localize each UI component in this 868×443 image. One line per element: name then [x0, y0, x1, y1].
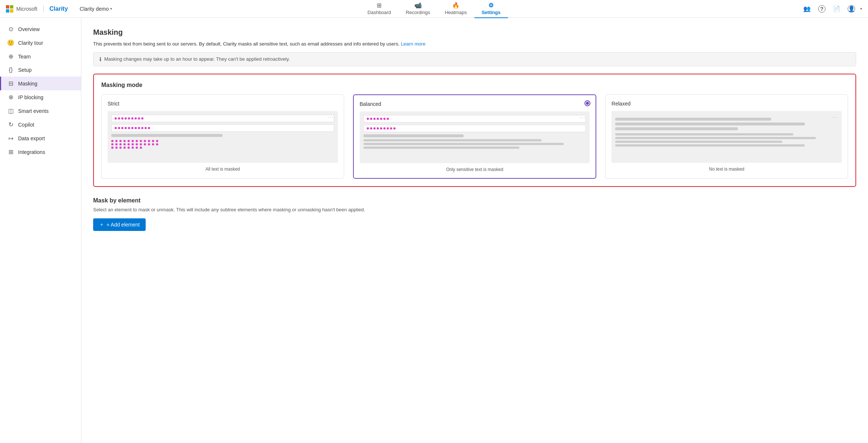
- strict-preview-dots: ···: [328, 114, 334, 120]
- data-export-icon: ↦: [7, 135, 14, 142]
- sidebar-label-masking: Masking: [18, 81, 37, 87]
- balanced-preview: ···: [360, 111, 590, 163]
- nav-item-dashboard[interactable]: ⊞ Dashboard: [360, 0, 399, 18]
- relaxed-line3: [615, 141, 782, 143]
- d: [131, 117, 133, 120]
- d: [380, 118, 382, 120]
- nav-item-settings[interactable]: ⚙ Settings: [474, 0, 508, 18]
- user-chevron-icon: ▾: [860, 7, 862, 11]
- balanced-line3: [363, 147, 519, 149]
- recordings-label: Recordings: [406, 10, 430, 15]
- d: [115, 117, 117, 120]
- product-name: Clarity: [50, 6, 68, 12]
- sidebar-item-overview[interactable]: ⊙ Overview: [0, 22, 81, 36]
- strict-preview: ···: [108, 111, 338, 163]
- heatmaps-label: Heatmaps: [445, 10, 467, 15]
- info-icon: ℹ: [99, 56, 101, 62]
- balanced-card-desc: Only sensitive text is masked: [360, 167, 590, 172]
- relaxed-label: Relaxed: [611, 101, 842, 107]
- strict-bar: [111, 134, 223, 137]
- d: [128, 127, 130, 129]
- masking-card-balanced[interactable]: Balanced ···: [353, 94, 597, 179]
- relaxed-line1: [615, 133, 793, 135]
- relaxed-bar1: [615, 118, 771, 121]
- sidebar-item-team[interactable]: ⊕ Team: [0, 50, 81, 63]
- sidebar-item-setup[interactable]: {} Setup: [0, 63, 81, 77]
- sidebar-item-clarity-tour[interactable]: 🙂 Clarity tour: [0, 36, 81, 50]
- sidebar-item-masking[interactable]: ⊟ Masking: [0, 77, 81, 90]
- project-selector[interactable]: Clarity demo ▾: [77, 4, 115, 13]
- main-content: Masking This prevents text from being se…: [81, 18, 868, 443]
- project-chevron-icon: ▾: [110, 7, 112, 11]
- nav-item-heatmaps[interactable]: 🔥 Heatmaps: [437, 0, 474, 18]
- add-element-label: + Add element: [106, 222, 140, 228]
- d: [377, 127, 379, 130]
- page-desc: This prevents text from being sent to ou…: [93, 40, 856, 48]
- integrations-icon: ⊞: [7, 148, 14, 155]
- brand-divider: [43, 5, 44, 13]
- masking-mode-title: Masking mode: [101, 82, 848, 88]
- page-title: Masking: [93, 28, 856, 37]
- d: [135, 127, 137, 129]
- sidebar-item-ip-blocking[interactable]: ⊗ IP blocking: [0, 90, 81, 104]
- relaxed-line4: [615, 144, 804, 147]
- sidebar-label-integrations: Integrations: [18, 149, 45, 155]
- project-name: Clarity demo: [80, 6, 109, 12]
- add-element-button[interactable]: ＋ + Add element: [93, 218, 146, 231]
- microsoft-logo: [6, 5, 13, 13]
- user-icon: 👤: [848, 5, 855, 13]
- invite-icon: 👥: [803, 5, 811, 12]
- d: [115, 127, 117, 129]
- sidebar-item-smart-events[interactable]: ◫ Smart events: [0, 104, 81, 118]
- d: [377, 118, 379, 120]
- balanced-bar1: [363, 134, 464, 137]
- masking-card-strict[interactable]: Strict ···: [101, 94, 344, 179]
- recordings-icon: 📹: [414, 2, 422, 9]
- sidebar-label-copilot: Copilot: [18, 122, 34, 128]
- sidebar-item-integrations[interactable]: ⊞ Integrations: [0, 145, 81, 159]
- sidebar-label-smart-events: Smart events: [18, 108, 48, 114]
- clarity-tour-icon: 🙂: [7, 39, 14, 46]
- docs-button[interactable]: 📄: [831, 3, 842, 15]
- page-desc-text: This prevents text from being sent to ou…: [93, 41, 400, 47]
- d: [145, 127, 147, 129]
- relaxed-card-desc: No text is masked: [611, 167, 842, 172]
- sidebar-label-overview: Overview: [18, 26, 40, 32]
- sidebar-item-data-export[interactable]: ↦ Data export: [0, 131, 81, 145]
- sidebar-label-data-export: Data export: [18, 135, 45, 141]
- d: [141, 127, 143, 129]
- relaxed-bar2: [615, 123, 804, 125]
- d: [387, 127, 389, 130]
- strict-dot-grid: [111, 140, 334, 149]
- d: [387, 118, 389, 120]
- info-banner-text: Masking changes may take up to an hour t…: [104, 56, 290, 62]
- mask-by-element-section: Mask by element Select an element to mas…: [93, 197, 856, 231]
- d: [121, 117, 123, 120]
- settings-label: Settings: [482, 10, 501, 15]
- help-button[interactable]: ?: [816, 3, 828, 15]
- learn-more-link[interactable]: Learn more: [401, 41, 425, 47]
- sidebar-label-clarity-tour: Clarity tour: [18, 40, 43, 46]
- invite-button[interactable]: 👥: [801, 3, 813, 15]
- docs-icon: 📄: [833, 5, 840, 12]
- balanced-line2: [363, 143, 564, 145]
- strict-card-desc: All text is masked: [108, 167, 338, 172]
- d: [383, 118, 386, 120]
- balanced-radio-inner: [586, 102, 589, 105]
- setup-icon: {}: [7, 67, 14, 73]
- user-button[interactable]: 👤: [845, 3, 857, 15]
- sidebar-item-copilot[interactable]: ↻ Copilot: [0, 118, 81, 131]
- mask-by-element-title: Mask by element: [93, 197, 856, 204]
- smart-events-icon: ◫: [7, 107, 14, 114]
- nav-item-recordings[interactable]: 📹 Recordings: [399, 0, 438, 18]
- add-element-icon: ＋: [99, 221, 104, 228]
- balanced-preview-dots: ···: [580, 114, 586, 120]
- dashboard-label: Dashboard: [367, 10, 391, 15]
- d: [148, 127, 150, 129]
- d: [141, 117, 143, 120]
- masking-card-relaxed[interactable]: Relaxed ··· No text is masked: [605, 94, 848, 179]
- d: [118, 117, 120, 120]
- team-icon: ⊕: [7, 53, 14, 60]
- d: [125, 117, 127, 120]
- d: [367, 127, 369, 130]
